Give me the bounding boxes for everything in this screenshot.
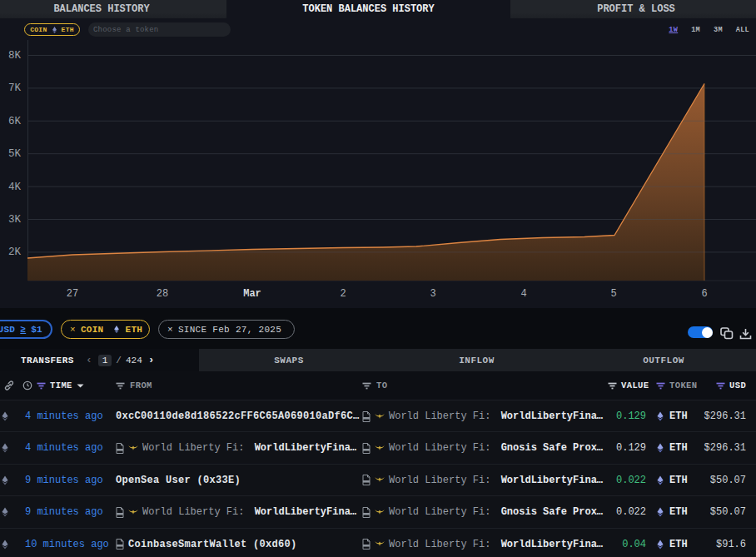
svg-text:2: 2 <box>340 288 346 300</box>
svg-text:3: 3 <box>430 288 435 300</box>
svg-text:7K: 7K <box>8 82 22 94</box>
svg-text:5K: 5K <box>8 148 22 160</box>
svg-text:27: 27 <box>67 288 78 300</box>
svg-text:2K: 2K <box>8 246 22 258</box>
svg-text:6K: 6K <box>8 116 22 127</box>
svg-text:6: 6 <box>701 288 707 300</box>
svg-text:4: 4 <box>520 288 526 300</box>
svg-text:4K: 4K <box>8 182 22 193</box>
svg-text:3K: 3K <box>8 214 22 226</box>
svg-text:Mar: Mar <box>243 288 261 300</box>
svg-text:8K: 8K <box>8 50 22 62</box>
svg-text:5: 5 <box>610 288 616 300</box>
svg-text:28: 28 <box>157 288 168 300</box>
